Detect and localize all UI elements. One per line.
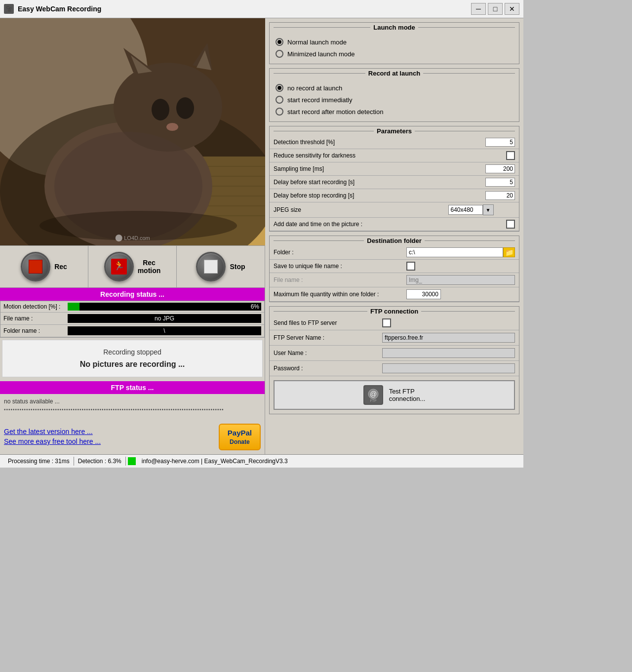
param-row-delay-stop: Delay before stop recording [s] — [270, 189, 519, 202]
record-immediately[interactable]: start record immediatly — [276, 94, 513, 106]
filename-label: File name : — [274, 277, 406, 283]
record-after-motion[interactable]: start record after motion detection — [276, 106, 513, 118]
watermark: LO4D.com — [115, 235, 150, 241]
param-darkness-label: Reduce sensitivity for darkness — [270, 149, 444, 162]
ftp-password-label: Password : — [274, 365, 382, 372]
ftp-connection-section: FTP connection Send files to FTP server … — [269, 306, 519, 414]
param-threshold-value[interactable] — [444, 136, 519, 149]
ftp-status-content: no status available ... ••••••••••••••••… — [0, 394, 265, 424]
stop-icon — [204, 260, 218, 274]
ftp-password-input[interactable] — [382, 363, 515, 373]
svg-text:🏃: 🏃 — [114, 260, 125, 271]
save-unique-label: Save to unique file name : — [274, 263, 406, 270]
max-quantity-row: Maximum file quantity within one folder … — [270, 287, 519, 302]
launch-mode-minimized[interactable]: Minimized launch mode — [276, 48, 513, 60]
detection-value: Detection : 6.3% — [74, 457, 126, 466]
processing-time: Processing time : 31ms — [4, 457, 74, 466]
threshold-input[interactable] — [485, 138, 515, 147]
status-footer: Processing time : 31ms Detection : 6.3% … — [0, 454, 523, 468]
legend-line-right3 — [415, 131, 515, 131]
param-delay-stop-value[interactable] — [444, 189, 519, 202]
test-ftp-label: Test FTP connection... — [389, 388, 426, 402]
ftp-btn-icon: @ FTP — [363, 385, 383, 405]
launch-minimized-label: Minimized launch mode — [287, 50, 355, 58]
rec-icon — [29, 260, 42, 274]
ftp-user-input[interactable] — [382, 348, 515, 358]
paypal-text: PayPalDonate — [228, 429, 252, 445]
radio-minimized[interactable] — [276, 50, 283, 58]
minimize-button[interactable]: ─ — [471, 3, 486, 15]
ftp-user-row: User Name : — [270, 346, 519, 361]
param-row-sampling: Sampling time [ms] — [270, 162, 519, 176]
test-ftp-button[interactable]: @ FTP Test FTP connection... — [274, 380, 515, 410]
rec-motion-button[interactable]: 🏃 Rec motion — [88, 246, 177, 287]
filename-input[interactable] — [406, 275, 515, 285]
param-row-darkness: Reduce sensitivity for darkness — [270, 149, 519, 162]
record-at-launch-title: Record at launch — [270, 69, 519, 78]
param-datetime-value[interactable] — [444, 218, 519, 231]
svg-point-17 — [176, 97, 194, 119]
param-row-threshold: Detection threshold [%] — [270, 136, 519, 149]
ftp-server-input[interactable] — [382, 333, 515, 343]
motion-bar-bg: 6% — [68, 303, 261, 311]
radio-normal[interactable] — [276, 38, 283, 46]
legend-line-right4 — [425, 240, 515, 241]
param-darkness-value[interactable] — [444, 149, 519, 162]
radio-immediately[interactable] — [276, 96, 283, 104]
legend-line-left3 — [274, 131, 374, 131]
folder-input[interactable] — [406, 247, 503, 257]
param-sampling-value[interactable] — [444, 162, 519, 176]
datetime-checkbox[interactable] — [506, 220, 515, 229]
rec-label: Rec — [54, 263, 67, 271]
paypal-button[interactable]: PayPalDonate — [219, 424, 261, 450]
param-delay-start-value[interactable] — [444, 176, 519, 189]
params-table: Detection threshold [%] Reduce sensitivi… — [270, 136, 519, 231]
param-jpeg-label: JPEG size — [270, 202, 444, 218]
launch-mode-section: Launch mode Normal launch mode Minimized… — [269, 22, 519, 64]
immediately-label: start record immediatly — [287, 96, 352, 104]
send-ftp-row: Send files to FTP server — [270, 316, 519, 330]
rec-button[interactable]: Rec — [0, 246, 88, 287]
param-jpeg-value[interactable]: ▼ — [444, 202, 519, 218]
delay-start-input[interactable] — [485, 178, 515, 187]
delay-stop-input[interactable] — [485, 191, 515, 200]
parameters-title: Parameters — [270, 126, 519, 136]
jpeg-select-container[interactable]: ▼ — [448, 204, 515, 215]
stop-btn-circle — [196, 252, 226, 281]
legend-line-left5 — [274, 311, 367, 312]
ftp-password-row: Password : — [270, 361, 519, 376]
max-quantity-label: Maximum file quantity within one folder … — [274, 291, 406, 298]
darkness-checkbox[interactable] — [506, 151, 515, 160]
file-name-label: File name : — [3, 315, 68, 322]
motion-bar-container: 6% — [68, 303, 261, 311]
launch-mode-normal[interactable]: Normal launch mode — [276, 36, 513, 48]
sampling-input[interactable] — [485, 164, 515, 173]
svg-text:@: @ — [370, 390, 377, 398]
folder-name-label: Folder name : — [3, 327, 68, 334]
right-panel: Launch mode Normal launch mode Minimized… — [265, 18, 523, 454]
ftp-user-label: User Name : — [274, 350, 382, 356]
param-delay-stop-label: Delay before stop recording [s] — [270, 189, 444, 202]
motion-label: Motion detection [%] : — [3, 303, 68, 310]
send-ftp-label: Send files to FTP server — [274, 319, 382, 326]
recording-stopped-title: Recording stopped — [10, 348, 254, 356]
max-quantity-input[interactable] — [406, 289, 441, 299]
send-ftp-checkbox[interactable] — [382, 318, 391, 327]
param-delay-start-label: Delay before start recording [s] — [270, 176, 444, 189]
window-controls[interactable]: ─ □ ✕ — [471, 3, 519, 15]
jpeg-select[interactable] — [448, 205, 483, 215]
param-sampling-label: Sampling time [ms] — [270, 162, 444, 176]
jpeg-dropdown-arrow[interactable]: ▼ — [483, 204, 494, 215]
maximize-button[interactable]: □ — [488, 3, 503, 15]
radio-no-record[interactable] — [276, 84, 283, 92]
save-unique-checkbox[interactable] — [406, 262, 415, 271]
motion-bar-fill — [68, 303, 79, 311]
record-no-record[interactable]: no record at launch — [276, 82, 513, 94]
app-icon: 🎥 — [4, 4, 14, 14]
stop-button[interactable]: Stop — [177, 246, 265, 287]
radio-after-motion[interactable] — [276, 108, 283, 116]
svg-point-18 — [166, 123, 178, 131]
close-button[interactable]: ✕ — [505, 3, 519, 15]
folder-browse-icon[interactable]: 📁 — [503, 247, 515, 257]
ftp-server-label: FTP Server Name : — [274, 334, 382, 341]
